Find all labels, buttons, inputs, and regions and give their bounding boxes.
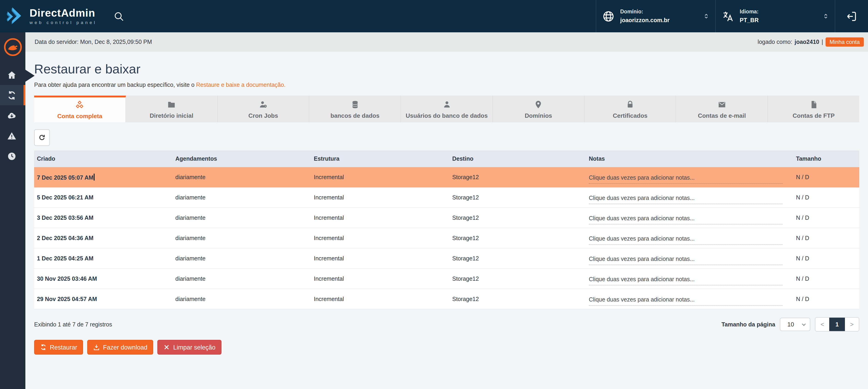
- tab-conta-completa[interactable]: Conta completa: [34, 96, 126, 122]
- tab-cron-jobs[interactable]: Cron Jobs: [218, 96, 309, 122]
- schedule-cell: diariamente: [173, 289, 311, 309]
- logged-as-label: logado como:: [758, 39, 792, 45]
- language-selector[interactable]: Idioma: PT_BR: [715, 0, 835, 32]
- destination-cell: Storage12: [450, 208, 586, 228]
- table-row[interactable]: 3 Dec 2025 03:56 AMdiariamenteIncrementa…: [34, 208, 859, 228]
- hosting-provider-logo[interactable]: [0, 35, 25, 59]
- download-icon: [93, 344, 100, 351]
- tab-contas-de-e-mail[interactable]: Contas de e-mail: [676, 96, 768, 122]
- search-icon: [114, 11, 124, 22]
- notes-placeholder[interactable]: Clique duas vezes para adicionar notas..…: [589, 211, 782, 225]
- table-row[interactable]: 30 Nov 2025 03:46 AMdiariamenteIncrement…: [34, 268, 859, 289]
- notes-cell: Clique duas vezes para adicionar notas..…: [586, 187, 793, 208]
- globe-icon: [602, 10, 615, 22]
- table-row[interactable]: 7 Dec 2025 05:07 AMdiariamenteIncrementa…: [34, 167, 859, 187]
- created-cell[interactable]: 2 Dec 2025 04:36 AM: [34, 228, 173, 248]
- limpar-sele-o-button[interactable]: Limpar seleção: [158, 340, 221, 355]
- logout-button[interactable]: [835, 0, 868, 32]
- sidebar-pointer-icon: [25, 70, 35, 82]
- server-date: Data do servidor: Mon, Dec 8, 2025,09:50…: [35, 39, 152, 45]
- notes-cell: Clique duas vezes para adicionar notas..…: [586, 268, 793, 289]
- destination-cell: Storage12: [450, 289, 586, 309]
- button-label: Restaurar: [50, 344, 77, 351]
- folder-icon: [167, 100, 176, 109]
- page-subtitle: Para obter ajuda para encontrar um backu…: [34, 82, 859, 88]
- created-cell[interactable]: 1 Dec 2025 04:25 AM: [34, 248, 173, 268]
- table-row[interactable]: 2 Dec 2025 04:36 AMdiariamenteIncrementa…: [34, 228, 859, 248]
- file-icon: [809, 100, 818, 109]
- sidebar-item-home[interactable]: [0, 65, 25, 85]
- created-cell[interactable]: 29 Nov 2025 04:57 AM: [34, 289, 173, 309]
- language-text: Idioma: PT_BR: [740, 9, 823, 23]
- sidebar-item-history[interactable]: [0, 146, 25, 166]
- tab-bancos-de-dados[interactable]: bancos de dados: [309, 96, 401, 122]
- lock-icon: [626, 100, 634, 109]
- search-button[interactable]: [105, 0, 133, 32]
- schedule-cell: diariamente: [173, 167, 311, 187]
- tab-dom-nios[interactable]: Domínios: [493, 96, 585, 122]
- subtitle-text: Para obter ajuda para encontrar um backu…: [34, 82, 196, 88]
- column-header: Tamanho: [793, 151, 859, 167]
- structure-cell: Incremental: [311, 289, 450, 309]
- tab-diret-rio-inicial[interactable]: Diretório inicial: [126, 96, 218, 122]
- created-cell[interactable]: 3 Dec 2025 03:56 AM: [34, 208, 173, 228]
- page-title: Restaurar e baixar: [34, 62, 859, 77]
- destination-cell: Storage12: [450, 167, 586, 187]
- notes-placeholder[interactable]: Clique duas vezes para adicionar notas..…: [589, 170, 782, 184]
- size-cell: N / D: [793, 268, 859, 289]
- tab-label: Domínios: [525, 112, 552, 119]
- prev-page-button[interactable]: <: [815, 318, 829, 331]
- schedule-cell: diariamente: [173, 208, 311, 228]
- created-cell[interactable]: 5 Dec 2025 06:21 AM: [34, 187, 173, 208]
- column-header: Agendamentos: [173, 151, 311, 167]
- tab-usu-rios-do-banco-de-dados[interactable]: Usuários do banco de dados: [401, 96, 493, 122]
- destination-cell: Storage12: [450, 228, 586, 248]
- tab-label: Usuários do banco de dados: [406, 112, 488, 119]
- my-account-button[interactable]: Minha conta: [825, 37, 864, 47]
- language-value: PT_BR: [740, 17, 823, 23]
- warning-icon: [7, 131, 17, 141]
- documentation-link[interactable]: Restaure e baixe a documentação.: [196, 82, 286, 88]
- tab-certificados[interactable]: Certificados: [584, 96, 676, 122]
- size-cell: N / D: [793, 248, 859, 268]
- size-cell: N / D: [793, 208, 859, 228]
- sidebar-item-backups[interactable]: [0, 105, 25, 126]
- brand-title: DirectAdmin: [30, 8, 97, 19]
- tab-label: Contas de e-mail: [698, 112, 746, 119]
- domain-value: joaorizzon.com.br: [620, 17, 703, 23]
- page-size-select[interactable]: 10: [780, 318, 810, 331]
- created-cell[interactable]: 7 Dec 2025 05:07 AM: [34, 167, 173, 187]
- sidebar-item-alerts[interactable]: [0, 126, 25, 146]
- chevron-updown-icon: [823, 11, 829, 21]
- fazer-download-button[interactable]: Fazer download: [88, 340, 153, 355]
- notes-placeholder[interactable]: Clique duas vezes para adicionar notas..…: [589, 252, 782, 265]
- table-row[interactable]: 5 Dec 2025 06:21 AMdiariamenteIncrementa…: [34, 187, 859, 208]
- page-content: Restaurar e baixar Para obter ajuda para…: [25, 52, 868, 389]
- text-cursor: [93, 173, 94, 180]
- username: joao2410: [795, 39, 819, 45]
- column-header: Destino: [450, 151, 586, 167]
- table-row[interactable]: 1 Dec 2025 04:25 AMdiariamenteIncrementa…: [34, 248, 859, 268]
- notes-placeholder[interactable]: Clique duas vezes para adicionar notas..…: [589, 292, 782, 306]
- notes-cell: Clique duas vezes para adicionar notas..…: [586, 248, 793, 268]
- cloud-download-icon: [7, 111, 17, 120]
- created-cell[interactable]: 30 Nov 2025 03:46 AM: [34, 268, 173, 289]
- schedule-cell: diariamente: [173, 228, 311, 248]
- clock-icon: [7, 151, 17, 161]
- restaurar-button[interactable]: Restaurar: [34, 340, 83, 355]
- current-page-button[interactable]: 1: [829, 318, 845, 331]
- notes-placeholder[interactable]: Clique duas vezes para adicionar notas..…: [589, 272, 782, 285]
- notes-placeholder[interactable]: Clique duas vezes para adicionar notas..…: [589, 191, 782, 204]
- reload-table-button[interactable]: [34, 129, 50, 146]
- tab-contas-de-ftp[interactable]: Contas de FTP: [768, 96, 860, 122]
- notes-placeholder[interactable]: Clique duas vezes para adicionar notas..…: [589, 231, 782, 245]
- sidebar-item-restore[interactable]: [0, 85, 25, 105]
- reload-icon: [38, 134, 46, 141]
- main-area: Data do servidor: Mon, Dec 8, 2025,09:50…: [25, 32, 868, 389]
- domain-selector[interactable]: Domínio: joaorizzon.com.br: [596, 0, 715, 32]
- column-header: Estrutura: [311, 151, 450, 167]
- next-page-button[interactable]: >: [845, 318, 859, 331]
- pager: < 1 >: [815, 317, 859, 331]
- table-row[interactable]: 29 Nov 2025 04:57 AMdiariamenteIncrement…: [34, 289, 859, 309]
- translate-icon: [722, 10, 734, 22]
